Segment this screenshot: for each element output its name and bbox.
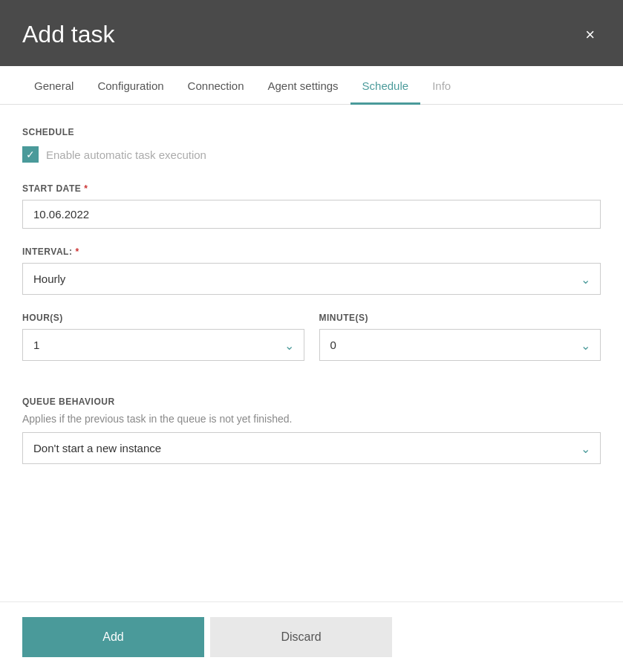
interval-select[interactable]: Hourly Daily Weekly Monthly — [22, 263, 601, 295]
hours-label: HOUR(S) — [22, 313, 304, 323]
tab-schedule[interactable]: Schedule — [350, 66, 421, 105]
queue-behaviour-description: Applies if the previous task in the queu… — [22, 413, 601, 425]
start-date-input[interactable] — [22, 200, 601, 229]
discard-button[interactable]: Discard — [210, 617, 392, 657]
queue-behaviour-label: QUEUE BEHAVIOUR — [22, 397, 601, 407]
tab-general[interactable]: General — [22, 66, 85, 105]
minutes-label: MINUTE(S) — [319, 313, 601, 323]
start-date-group: START DATE* — [22, 183, 601, 229]
close-button[interactable]: × — [579, 24, 601, 46]
add-button[interactable]: Add — [22, 617, 204, 657]
enable-checkbox[interactable]: ✓ — [22, 146, 39, 163]
dialog-header: Add task × — [0, 0, 623, 66]
interval-label: INTERVAL:* — [22, 247, 601, 257]
tab-info[interactable]: Info — [420, 66, 463, 105]
minutes-group: MINUTE(S) 0 5 10 15 30 ⌄ — [319, 313, 601, 361]
interval-select-wrapper: Hourly Daily Weekly Monthly ⌄ — [22, 263, 601, 295]
dialog-title: Add task — [22, 21, 115, 48]
schedule-section-label: SCHEDULE — [22, 127, 601, 137]
dialog-footer: Add Discard — [0, 601, 623, 672]
checkmark-icon: ✓ — [26, 149, 35, 160]
queue-behaviour-select[interactable]: Don't start a new instance Start a new i… — [22, 432, 601, 464]
start-date-label: START DATE* — [22, 183, 601, 194]
tab-agent-settings[interactable]: Agent settings — [256, 66, 350, 105]
minutes-select-wrapper: 0 5 10 15 30 ⌄ — [319, 329, 601, 361]
queue-behaviour-select-wrapper: Don't start a new instance Start a new i… — [22, 432, 601, 464]
hours-minutes-row: HOUR(S) 1 2 3 4 5 6 ⌄ MINUTE(S) — [22, 313, 601, 379]
tab-connection[interactable]: Connection — [176, 66, 256, 105]
checkbox-label: Enable automatic task execution — [46, 149, 206, 161]
checkbox-row: ✓ Enable automatic task execution — [22, 146, 601, 163]
queue-behaviour-group: QUEUE BEHAVIOUR Applies if the previous … — [22, 397, 601, 464]
interval-group: INTERVAL:* Hourly Daily Weekly Monthly ⌄ — [22, 247, 601, 295]
hours-select-wrapper: 1 2 3 4 5 6 ⌄ — [22, 329, 304, 361]
tab-configuration[interactable]: Configuration — [85, 66, 175, 105]
required-star-interval: * — [75, 247, 79, 257]
tabs-container: General Configuration Connection Agent s… — [0, 66, 623, 105]
minutes-select[interactable]: 0 5 10 15 30 — [319, 329, 601, 361]
add-task-dialog: Add task × General Configuration Connect… — [0, 0, 623, 672]
hours-select[interactable]: 1 2 3 4 5 6 — [22, 329, 304, 361]
hours-group: HOUR(S) 1 2 3 4 5 6 ⌄ — [22, 313, 304, 361]
dialog-body: SCHEDULE ✓ Enable automatic task executi… — [0, 105, 623, 601]
required-star: * — [84, 183, 88, 194]
